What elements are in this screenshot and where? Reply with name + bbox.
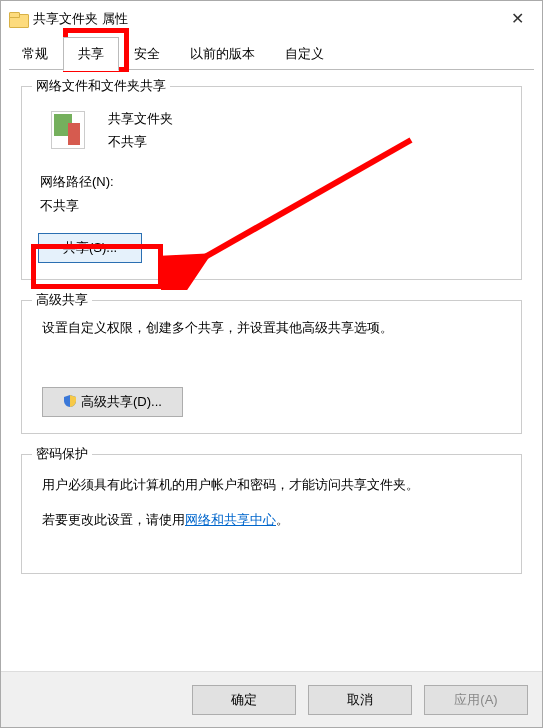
group-network-sharing: 网络文件和文件夹共享 共享文件夹 不共享 网络路径(N): 不共享 共享(S).… [21,86,522,280]
group-password-title: 密码保护 [32,445,92,463]
folder-thumbnail-icon [48,107,90,151]
tab-security[interactable]: 安全 [119,37,175,71]
share-folder-name: 共享文件夹 [108,107,173,130]
tab-bar: 常规 共享 安全 以前的版本 自定义 [1,36,542,70]
tab-previous-versions[interactable]: 以前的版本 [175,37,270,71]
titlebar: 共享文件夹 属性 ✕ [1,1,542,36]
password-desc2-prefix: 若要更改此设置，请使用 [42,512,185,527]
password-link-line: 若要更改此设置，请使用网络和共享中心。 [42,511,505,529]
password-desc: 用户必须具有此计算机的用户帐户和密码，才能访问共享文件夹。 [42,473,505,496]
share-status: 不共享 [108,130,173,153]
advanced-desc: 设置自定义权限，创建多个共享，并设置其他高级共享选项。 [42,319,505,337]
folder-icon [9,12,27,26]
share-button[interactable]: 共享(S)... [38,233,142,263]
group-password-protection: 密码保护 用户必须具有此计算机的用户帐户和密码，才能访问共享文件夹。 若要更改此… [21,454,522,573]
cancel-button[interactable]: 取消 [308,685,412,715]
tab-custom[interactable]: 自定义 [270,37,339,71]
window-title: 共享文件夹 属性 [33,10,128,28]
advanced-share-label: 高级共享(D)... [81,394,162,409]
tab-general[interactable]: 常规 [7,37,63,71]
group-network-title: 网络文件和文件夹共享 [32,77,170,95]
share-info-row: 共享文件夹 不共享 [48,107,505,154]
group-advanced-sharing: 高级共享 设置自定义权限，创建多个共享，并设置其他高级共享选项。 高级共享(D)… [21,300,522,434]
group-advanced-title: 高级共享 [32,291,92,309]
ok-button[interactable]: 确定 [192,685,296,715]
tab-share[interactable]: 共享 [63,37,119,71]
advanced-share-button[interactable]: 高级共享(D)... [42,387,183,417]
close-button[interactable]: ✕ [501,7,534,31]
password-desc2-suffix: 。 [276,512,289,527]
properties-dialog: 共享文件夹 属性 ✕ 常规 共享 安全 以前的版本 自定义 网络文件和文件夹共享… [0,0,543,728]
apply-button[interactable]: 应用(A) [424,685,528,715]
client-area: 网络文件和文件夹共享 共享文件夹 不共享 网络路径(N): 不共享 共享(S).… [1,70,542,673]
network-path-label: 网络路径(N): [40,170,505,195]
shield-icon [63,394,77,408]
network-sharing-center-link[interactable]: 网络和共享中心 [185,512,276,527]
dialog-footer: 确定 取消 应用(A) [1,671,542,727]
network-path-value: 不共享 [40,194,505,219]
